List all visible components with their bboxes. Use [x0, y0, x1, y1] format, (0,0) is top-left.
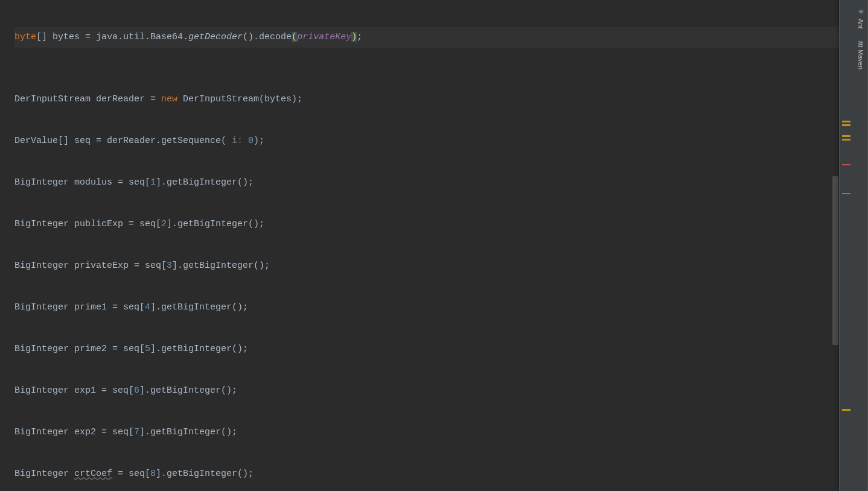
ant-label: Ant: [857, 19, 864, 29]
keyword: byte: [14, 32, 36, 42]
right-sidebar: ✳ Ant m Maven: [839, 0, 868, 491]
code-line[interactable]: BigInteger publicExp = seq[2].getBigInte…: [14, 214, 839, 235]
code-line[interactable]: BigInteger prime2 = seq[5].getBigInteger…: [14, 339, 839, 360]
code-line[interactable]: BigInteger exp2 = seq[7].getBigInteger()…: [14, 422, 839, 443]
error-strip-mark[interactable]: [842, 193, 850, 194]
code-line[interactable]: byte[] bytes = java.util.Base64.getDecod…: [14, 27, 839, 48]
param-hint: i:: [232, 136, 243, 146]
matched-paren-close: ): [351, 32, 357, 42]
code-line[interactable]: BigInteger prime1 = seq[4].getBigInteger…: [14, 297, 839, 318]
code-line[interactable]: BigInteger modulus = seq[1].getBigIntege…: [14, 173, 839, 194]
maven-tool-button[interactable]: m Maven: [856, 39, 866, 72]
error-strip-mark[interactable]: [842, 139, 850, 141]
error-strip-mark[interactable]: [842, 124, 850, 126]
error-strip-mark[interactable]: [842, 409, 850, 411]
error-strip-mark[interactable]: [842, 164, 850, 165]
code-line[interactable]: DerInputStream derReader = new DerInputS…: [14, 89, 839, 110]
code-line[interactable]: DerValue[] seq = derReader.getSequence( …: [14, 131, 839, 152]
error-strip[interactable]: [840, 0, 854, 491]
code-line[interactable]: BigInteger privateExp = seq[3].getBigInt…: [14, 256, 839, 277]
ant-tool-button[interactable]: ✳ Ant: [856, 5, 865, 31]
tool-window-bar: ✳ Ant m Maven: [854, 0, 868, 491]
maven-label: Maven: [857, 49, 864, 69]
error-strip-mark[interactable]: [842, 135, 850, 137]
code-line[interactable]: BigInteger crtCoef = seq[8].getBigIntege…: [14, 464, 839, 485]
code-editor[interactable]: byte[] bytes = java.util.Base64.getDecod…: [0, 0, 839, 491]
code-line[interactable]: BigInteger exp1 = seq[6].getBigInteger()…: [14, 381, 839, 402]
ant-icon: ✳: [856, 7, 865, 16]
maven-icon: m: [856, 41, 866, 48]
matched-paren-open: (: [292, 32, 297, 42]
unused-var: crtCoef: [74, 469, 112, 479]
error-strip-mark[interactable]: [842, 121, 850, 122]
parameter-ref: privateKey: [297, 32, 351, 42]
